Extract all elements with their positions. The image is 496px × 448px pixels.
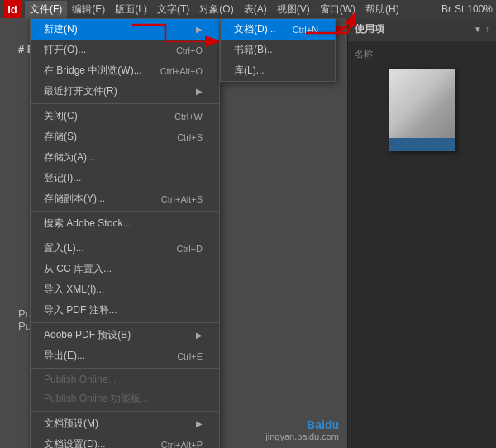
panel-sort-up[interactable]: ↑ <box>485 25 489 34</box>
zoom-level: 100% <box>467 3 493 15</box>
new-arrow-icon: ▶ <box>196 25 203 34</box>
new-submenu-doc[interactable]: 文档(D)... Ctrl+N <box>221 19 335 40</box>
bridge-shortcut[interactable]: Br <box>441 3 451 15</box>
menu-item-savecopy[interactable]: 存储副本(Y)... Ctrl+Alt+S <box>31 188 219 209</box>
menu-item-search[interactable]: 搜索 Adobe Stock... <box>31 213 219 234</box>
panel-content: 名称 <box>348 41 496 166</box>
separator-3 <box>31 236 219 236</box>
stock-shortcut[interactable]: St <box>455 3 464 15</box>
menu-item-open[interactable]: 打开(O)... Ctrl+O <box>31 40 219 60</box>
panel-header: 使用项 ▼ ↑ <box>348 18 496 41</box>
menu-help[interactable]: 帮助(H) <box>360 1 404 18</box>
menu-item-publishonline: Publish Online... <box>31 370 219 388</box>
col-name-header: 名称 <box>355 48 373 60</box>
menu-item-publishonlineboard: Publish Online 功能板... <box>31 388 219 409</box>
new-submenu[interactable]: 文档(D)... Ctrl+N 书籍(B)... 库(L)... <box>220 18 336 82</box>
menu-item-close[interactable]: 关闭(C) Ctrl+W <box>31 106 219 126</box>
menu-item-place[interactable]: 置入(L)... Ctrl+D <box>31 238 219 259</box>
menu-item-cclibs[interactable]: 从 CC 库置入... <box>31 259 219 279</box>
baidu-domain: jingyan.baidu.com <box>265 431 339 441</box>
menu-item-importxml[interactable]: 导入 XML(I)... <box>31 279 219 300</box>
menu-table[interactable]: 表(A) <box>239 1 272 18</box>
separator-1 <box>31 103 219 104</box>
panel-sort-down[interactable]: ▼ <box>474 25 482 34</box>
menu-item-checkin[interactable]: 登记(I)... <box>31 168 219 188</box>
new-submenu-book[interactable]: 书籍(B)... <box>221 40 335 60</box>
separator-4 <box>31 322 219 323</box>
menu-window[interactable]: 窗口(W) <box>315 1 360 18</box>
separator-6 <box>31 411 219 412</box>
menu-text[interactable]: 文字(T) <box>152 1 194 18</box>
menu-view[interactable]: 视图(V) <box>272 1 315 18</box>
thumb-bar <box>389 138 455 151</box>
menu-item-adobepdf[interactable]: Adobe PDF 预设(B) ▶ <box>31 325 219 346</box>
separator-5 <box>31 368 219 369</box>
menu-item-importpdf[interactable]: 导入 PDF 注释... <box>31 300 219 321</box>
menu-bar: Id 文件(F) 编辑(E) 版面(L) 文字(T) 对象(O) 表(A) 视图… <box>0 0 496 18</box>
menu-item-docpresets[interactable]: 文档预设(M) ▶ <box>31 413 219 434</box>
menu-layout[interactable]: 版面(L) <box>110 1 152 18</box>
menu-file[interactable]: 文件(F) <box>25 1 67 18</box>
panel-title: 使用项 <box>355 22 384 36</box>
baidu-watermark: Baidu jingyan.baidu.com <box>265 418 339 441</box>
menu-object[interactable]: 对象(O) <box>194 1 238 18</box>
menu-item-recent[interactable]: 最近打开文件(R) ▶ <box>31 81 219 102</box>
menu-edit[interactable]: 编辑(E) <box>67 1 110 18</box>
recent-arrow-icon: ▶ <box>196 87 203 96</box>
app-id-badge: Id <box>3 0 21 18</box>
right-panel: 使用项 ▼ ↑ 名称 <box>347 18 496 448</box>
col-header-row: 名称 <box>355 48 489 60</box>
docpresets-arrow-icon: ▶ <box>196 419 203 428</box>
adobepdf-arrow-icon: ▶ <box>196 331 203 340</box>
menu-item-bridge[interactable]: 在 Bridge 中浏览(W)... Ctrl+Alt+O <box>31 60 219 81</box>
separator-2 <box>31 211 219 212</box>
menu-item-save[interactable]: 存储(S) Ctrl+S <box>31 126 219 147</box>
baidu-logo: Baidu <box>265 418 339 431</box>
panel-controls: ▼ ↑ <box>474 25 489 34</box>
menu-item-export[interactable]: 导出(E)... Ctrl+E <box>31 346 219 366</box>
menu-item-docsettings[interactable]: 文档设置(D)... Ctrl+Alt+P <box>31 434 219 448</box>
menu-item-saveas[interactable]: 存储为(A)... <box>31 147 219 168</box>
menu-bar-right: Br St 100% <box>441 3 493 15</box>
menu-item-new[interactable]: 新建(N) ▶ <box>31 19 219 40</box>
file-menu-dropdown[interactable]: 新建(N) ▶ 打开(O)... Ctrl+O 在 Bridge 中浏览(W).… <box>30 18 220 448</box>
doc-thumbnail[interactable] <box>389 69 455 151</box>
new-submenu-lib[interactable]: 库(L)... <box>221 60 335 81</box>
